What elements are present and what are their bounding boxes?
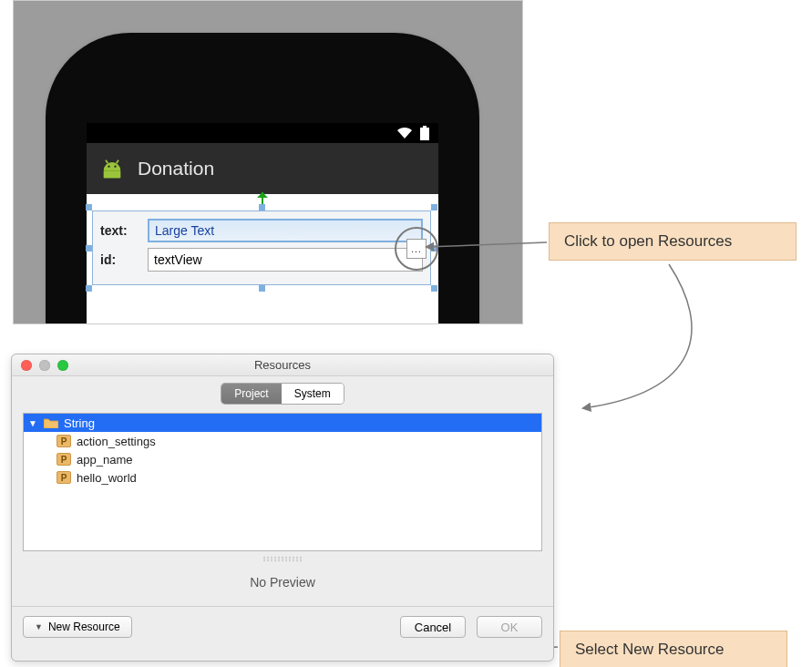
wifi-icon xyxy=(396,127,413,139)
property-label-text: text: xyxy=(100,223,140,238)
scope-segmented-control: Project System xyxy=(12,376,553,409)
callout-new-resource: Select New Resource xyxy=(560,631,787,667)
tree-item[interactable]: P app_name xyxy=(24,450,541,468)
android-icon xyxy=(99,158,125,180)
property-row-text: text: xyxy=(100,219,423,242)
property-icon: P xyxy=(57,435,71,447)
constraint-arrow-icon xyxy=(262,192,263,212)
tree-node-label: String xyxy=(64,416,95,430)
svg-line-4 xyxy=(106,160,108,164)
new-resource-label: New Resource xyxy=(48,621,120,633)
device-screen: Donation text: xyxy=(87,123,438,324)
tab-project[interactable]: Project xyxy=(221,384,281,404)
device-frame: Donation text: xyxy=(48,36,477,324)
text-input[interactable] xyxy=(148,219,423,242)
svg-point-2 xyxy=(108,166,109,168)
app-title: Donation xyxy=(138,158,214,180)
browse-region: ... xyxy=(395,227,438,271)
property-row-id: id: xyxy=(100,248,423,272)
split-grip-icon[interactable] xyxy=(263,557,302,562)
svg-line-5 xyxy=(117,160,118,164)
tab-system[interactable]: System xyxy=(282,384,344,404)
disclosure-triangle-icon[interactable]: ▼ xyxy=(27,418,38,428)
new-resource-button[interactable]: ▼ New Resource xyxy=(23,616,132,638)
svg-rect-0 xyxy=(420,128,429,140)
ok-button[interactable]: OK xyxy=(477,616,542,638)
tree-item-label: hello_world xyxy=(77,471,137,485)
property-icon: P xyxy=(57,453,71,466)
property-icon: P xyxy=(57,471,71,484)
dialog-titlebar: Resources xyxy=(12,354,553,376)
dialog-footer: ▼ New Resource Cancel OK xyxy=(12,606,553,647)
folder-icon xyxy=(44,417,58,428)
callout-open-resources: Click to open Resources xyxy=(549,222,797,261)
tree-item[interactable]: P action_settings xyxy=(24,432,541,450)
canvas-area[interactable]: text: id: xyxy=(87,194,438,324)
tree-item-label: action_settings xyxy=(77,435,156,448)
property-panel: text: id: xyxy=(92,210,431,285)
battery-icon xyxy=(420,126,429,140)
android-status-bar xyxy=(87,123,438,143)
dialog-title: Resources xyxy=(12,358,553,372)
cancel-button[interactable]: Cancel xyxy=(400,616,466,638)
layout-editor-panel: Donation text: xyxy=(13,0,523,324)
browse-resources-button[interactable]: ... xyxy=(406,239,427,259)
property-label-id: id: xyxy=(100,252,140,267)
svg-rect-6 xyxy=(104,170,121,178)
device-bezel: Donation text: xyxy=(67,54,458,324)
id-input[interactable] xyxy=(148,248,423,272)
tree-item[interactable]: P hello_world xyxy=(24,468,541,487)
dropdown-triangle-icon: ▼ xyxy=(35,622,43,631)
tree-node-string[interactable]: ▼ String xyxy=(24,414,541,432)
svg-point-3 xyxy=(114,166,116,168)
resource-tree[interactable]: ▼ String P action_settings P app_name P … xyxy=(23,413,542,551)
preview-pane: No Preview xyxy=(12,562,553,606)
tree-item-label: app_name xyxy=(77,453,132,467)
svg-rect-1 xyxy=(423,126,427,128)
resources-dialog: Resources Project System ▼ String P acti… xyxy=(11,354,554,662)
